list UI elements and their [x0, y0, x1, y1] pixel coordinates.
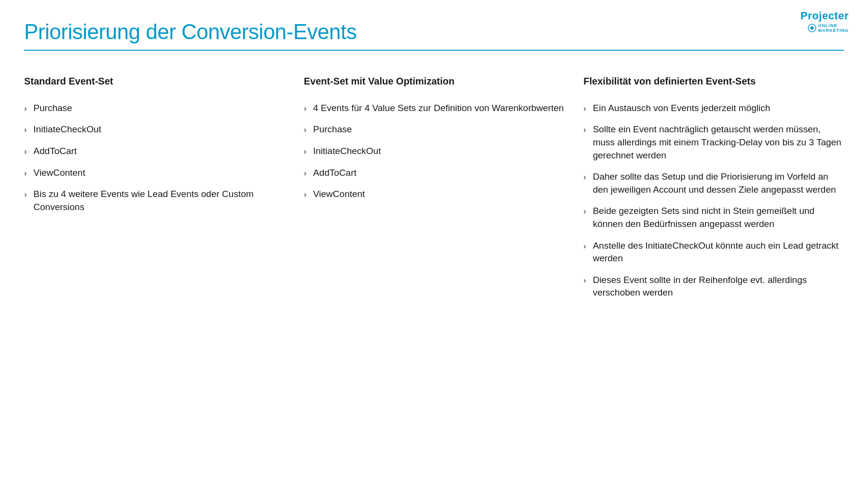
list-item: › Ein Austausch von Events jederzeit mög… — [583, 102, 844, 115]
list-bullet: › — [583, 125, 586, 135]
list-bullet: › — [304, 146, 306, 157]
list-bullet: › — [24, 146, 27, 157]
list-text: Sollte ein Event nachträglich getauscht … — [593, 123, 844, 162]
list-text: InitiateCheckOut — [313, 145, 564, 158]
list-text: Purchase — [33, 102, 284, 115]
list-item: › Sollte ein Event nachträglich getausch… — [583, 123, 844, 162]
list-text: Beide gezeigten Sets sind nicht in Stein… — [593, 205, 844, 230]
list-item: › AddToCart — [304, 167, 565, 180]
list-item: › ViewContent — [24, 167, 285, 180]
list-text: 4 Events für 4 Value Sets zur Definition… — [313, 102, 564, 115]
list-bullet: › — [304, 125, 306, 135]
list-bullet: › — [24, 125, 27, 135]
title-divider — [24, 50, 844, 51]
column-flexibility: Flexibilität von definierten Event-Sets … — [583, 75, 844, 308]
column-header-value: Event-Set mit Value Optimization — [304, 75, 565, 87]
page-title: Priorisierung der Conversion-Events — [24, 19, 844, 45]
logo-area: Projecter ONLINEMARKETING — [800, 10, 849, 33]
list-item: › Beide gezeigten Sets sind nicht in Ste… — [583, 205, 844, 230]
list-item: › InitiateCheckOut — [24, 123, 285, 136]
logo-name: Projecter — [800, 10, 849, 22]
list-text: AddToCart — [33, 145, 284, 158]
list-item: › InitiateCheckOut — [304, 145, 565, 158]
list-item: › Anstelle des InitiateCheckOut könnte a… — [583, 240, 844, 265]
list-text: Bis zu 4 weitere Events wie Lead Events … — [33, 188, 284, 213]
list-text: Anstelle des InitiateCheckOut könnte auc… — [593, 240, 844, 265]
logo-icon — [808, 24, 816, 32]
column-header-flexibility: Flexibilität von definierten Event-Sets — [583, 75, 844, 87]
list-standard: › Purchase › InitiateCheckOut › AddToCar… — [24, 102, 285, 214]
list-text: ViewContent — [313, 188, 564, 201]
list-text: InitiateCheckOut — [33, 123, 284, 136]
list-item: › Purchase — [24, 102, 285, 115]
list-bullet: › — [583, 172, 586, 183]
list-text: ViewContent — [33, 167, 284, 180]
column-value-optimization: Event-Set mit Value Optimization › 4 Eve… — [304, 75, 584, 210]
list-item: › Daher sollte das Setup und die Prioris… — [583, 170, 844, 196]
logo-tagline: ONLINEMARKETING — [818, 23, 849, 33]
list-bullet: › — [583, 103, 586, 114]
column-standard: Standard Event-Set › Purchase › Initiate… — [24, 75, 304, 223]
list-item: › Dieses Event sollte in der Reihenfolge… — [583, 274, 844, 299]
list-bullet: › — [304, 103, 306, 114]
list-text: AddToCart — [313, 167, 564, 180]
list-bullet: › — [583, 275, 586, 286]
list-item: › AddToCart — [24, 145, 285, 158]
list-bullet: › — [24, 189, 27, 200]
column-header-standard: Standard Event-Set — [24, 75, 285, 87]
list-bullet: › — [304, 168, 306, 179]
title-section: Priorisierung der Conversion-Events — [24, 19, 844, 51]
list-bullet: › — [24, 168, 27, 179]
list-text: Purchase — [313, 123, 564, 136]
list-text: Dieses Event sollte in der Reihenfolge e… — [593, 274, 844, 299]
list-flexibility: › Ein Austausch von Events jederzeit mög… — [583, 102, 844, 299]
page-container: Projecter ONLINEMARKETING Priorisierung … — [0, 0, 868, 327]
logo-sub: ONLINEMARKETING — [808, 23, 849, 33]
list-text: Ein Austausch von Events jederzeit mögli… — [593, 102, 844, 115]
list-item: › Purchase — [304, 123, 565, 136]
list-value: › 4 Events für 4 Value Sets zur Definiti… — [304, 102, 565, 201]
list-item: › Bis zu 4 weitere Events wie Lead Event… — [24, 188, 285, 213]
list-bullet: › — [583, 241, 586, 252]
list-bullet: › — [304, 189, 306, 200]
svg-point-1 — [810, 27, 813, 30]
list-item: › 4 Events für 4 Value Sets zur Definiti… — [304, 102, 565, 115]
list-bullet: › — [583, 206, 586, 217]
list-item: › ViewContent — [304, 188, 565, 201]
columns-container: Standard Event-Set › Purchase › Initiate… — [24, 75, 844, 308]
list-text: Daher sollte das Setup und die Priorisie… — [593, 170, 844, 196]
list-bullet: › — [24, 103, 27, 114]
